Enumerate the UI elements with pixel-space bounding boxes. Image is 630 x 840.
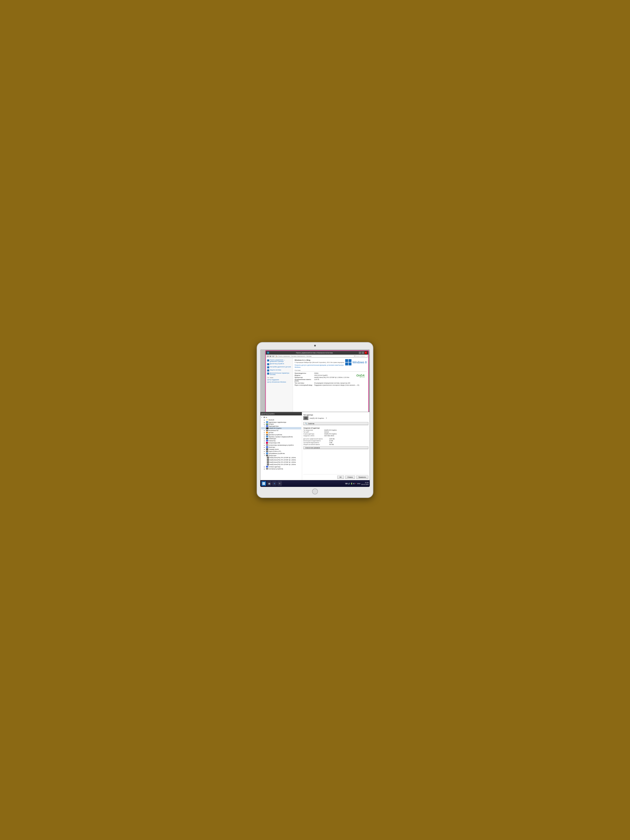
dac-type-label: Тип ЦАП: <box>303 431 324 433</box>
control-panel-home-link[interactable]: Панель управления — домашняя страница <box>267 359 292 362</box>
sys-main-content: Windows 8.1 с Bing © Корпорация Майкросо… <box>293 358 368 417</box>
cancel-button[interactable]: Отмена <box>345 475 355 479</box>
list-item[interactable]: Intel(R) HD Graphics <box>261 427 301 429</box>
net-label: Сетевые адаптеры <box>268 466 281 467</box>
props-icon: 🔧 <box>305 423 307 425</box>
list-item[interactable]: ▶ Аудиовходы и аудиовыходы <box>261 421 301 423</box>
shared-mem-value: 993 МБ <box>329 444 334 445</box>
list-item[interactable]: ▶ ⚡ Bluetooth <box>261 418 301 421</box>
manufacturer-label: Производитель: <box>295 373 313 374</box>
adapter-dropdown-arrow[interactable]: ▼ <box>326 417 327 419</box>
maximize-button[interactable]: □ <box>362 352 364 354</box>
home-button[interactable] <box>312 488 318 494</box>
computer-icon <box>266 440 268 442</box>
support-center-link[interactable]: Центр поддержки <box>267 379 292 381</box>
computer-label: Компьютер <box>268 440 276 442</box>
bluetooth-icon: ⚡ <box>266 419 268 421</box>
logo-sq1 <box>345 359 348 362</box>
taskbar-language[interactable]: ENG <box>357 483 360 485</box>
list-item[interactable]: ▼ Видеоадаптеры <box>261 425 301 427</box>
start-sq3 <box>262 484 264 485</box>
list-item[interactable]: ▶ Встроенное ПО <box>261 429 301 431</box>
device-icon <box>267 363 269 365</box>
dac-type-row: Тип ЦАП: Internal <box>303 431 368 433</box>
adapter-header: Intel(R) HD Graphics ▼ <box>303 416 368 420</box>
properties-button[interactable]: 🔧 Свойства <box>303 422 368 425</box>
settings-button[interactable]: ⚙ <box>277 481 282 486</box>
device-manager-link[interactable]: Диспетчер устройств <box>267 363 292 365</box>
back-button[interactable]: ◀ <box>267 355 269 357</box>
list-item[interactable]: ▶ Дисковые устройства <box>261 434 301 436</box>
list-item[interactable]: ▶ Сетевые адаптеры <box>261 466 301 468</box>
sensors-icon <box>266 432 268 434</box>
list-item[interactable]: ▶ Программные устройства <box>261 452 301 455</box>
modes-button[interactable]: Список всех режимов <box>303 447 368 449</box>
system-info-window: Панель управления\Система и безопасность… <box>265 351 369 417</box>
list-item[interactable]: ▶ Звуковые, игровые и видеоустройства <box>261 436 301 438</box>
bluetooth-arrow: ▶ <box>264 419 265 421</box>
storage-ctrl-label: Контроллеры запоминающих устройств <box>268 444 294 446</box>
search-box[interactable]: Поиск в панели ... <box>355 355 368 357</box>
tray-x-icon: ✕ <box>355 483 357 485</box>
sys-video-mem-label: Системной видеопамяти: <box>303 442 328 443</box>
memory-section: Доступно графической памяти: 1025 МБ Исп… <box>303 438 368 445</box>
forward-button[interactable]: ▶ <box>269 355 272 357</box>
os-header: Windows 8.1 с Bing © Корпорация Майкросо… <box>295 359 367 368</box>
list-item[interactable]: ▶ Клавиатуры <box>261 438 301 440</box>
close-button[interactable]: ✕ <box>365 352 367 354</box>
network-button[interactable]: 🖥 <box>272 481 277 486</box>
adapter-string-value: Intel(R) HD Graphics <box>324 433 337 434</box>
tree-root: ▼ 🖥 0b <box>261 416 301 418</box>
sound-icon <box>266 436 268 437</box>
chip-type-label: Тип микросхем: <box>303 429 324 431</box>
apply-button[interactable]: Применить <box>356 475 368 479</box>
root-icon: 🖥 <box>263 416 265 418</box>
monitors-arrow: ▶ <box>264 447 265 448</box>
list-item[interactable]: ▶ Мониторы <box>261 446 301 448</box>
devmgr-tree-panel: Диспетчер устройств ▼ 🖥 0b ▶ ⚡ <box>261 412 302 480</box>
minimize-button[interactable]: ─ <box>359 352 361 354</box>
see-also-title: См. также <box>267 377 292 378</box>
list-item[interactable]: ▼ Процессоры <box>261 455 301 456</box>
windows-update-link[interactable]: Центр обновления Windows <box>267 381 292 383</box>
adapter-chip-icon <box>303 416 308 420</box>
cpu1-icon <box>267 457 269 458</box>
start-button[interactable] <box>262 481 266 486</box>
list-item[interactable]: ▶ Компьютер <box>261 440 301 442</box>
list-item[interactable]: ▶ Контроллеры USB <box>261 442 301 444</box>
advanced-params-link[interactable]: Дополнительные параметры системы <box>267 372 292 375</box>
prog-label: Программные устройства <box>268 453 285 454</box>
sensors-label: Датчики <box>268 432 273 433</box>
address-path[interactable]: 🏠 ▸ Панель управления › Система и безопа… <box>275 355 354 357</box>
list-item[interactable]: ▶ Датчики <box>261 431 301 434</box>
list-item[interactable]: Intel(R) Atom(TM) CPU Z3736F @ 1.33GHz <box>261 459 301 461</box>
list-item[interactable]: ▶ Батареи <box>261 423 301 425</box>
screen-content: Панель управления\Система и безопасность… <box>260 349 370 487</box>
adapter-info-panel: Тип адаптера Intel(R) HD Graphics ▼ 🔧 <box>302 412 369 480</box>
settings-icon: ⚙ <box>279 483 280 485</box>
android-button[interactable]: 🤖 <box>267 481 272 486</box>
window-body: Панель управления — домашняя страница Ди… <box>266 358 368 417</box>
adapter-string-label: Строка адаптера: <box>303 433 324 434</box>
proc-arrow: ▼ <box>264 455 265 456</box>
params-icon <box>267 373 269 374</box>
list-item[interactable]: ▶ Очереди печати <box>261 448 301 450</box>
list-item[interactable]: Intel(R) Atom(TM) CPU Z3736F @ 1.33GHz <box>261 456 301 459</box>
sys-dev-label: Системные устройства <box>268 468 283 470</box>
system-protection-link[interactable]: Защита системы <box>267 369 292 371</box>
list-item[interactable]: ▶ Контроллеры запоминающих устройств <box>261 444 301 446</box>
up-button[interactable]: ▲ <box>272 355 274 357</box>
upgrade-link[interactable]: Получить доступ к дополнительным функция… <box>295 364 345 368</box>
logo-sq3 <box>345 363 348 365</box>
sensors-arrow: ▶ <box>264 432 265 433</box>
cpu2-label: Intel(R) Atom(TM) CPU Z3736F @ 1.33GHz <box>269 459 296 461</box>
remote-access-link[interactable]: Настройка удаленного доступа <box>267 366 292 368</box>
list-item[interactable]: Intel(R) Atom(TM) CPU Z3736F @ 1.33GHz <box>261 463 301 466</box>
list-item[interactable]: Intel(R) Atom(TM) CPU Z3736F @ 1.33GHz <box>261 461 301 463</box>
tray-keyboard-icon: ⌨ <box>345 483 348 485</box>
ok-button[interactable]: OK <box>337 475 344 479</box>
list-item[interactable]: ▶ Системные устройства <box>261 468 301 470</box>
os-title: Windows 8.1 с Bing <box>295 359 345 361</box>
os-copyright: © Корпорация Майкрософт (Microsoft Corpo… <box>295 362 345 363</box>
list-item[interactable]: ▶ Порты (COM и LPT) <box>261 450 301 452</box>
